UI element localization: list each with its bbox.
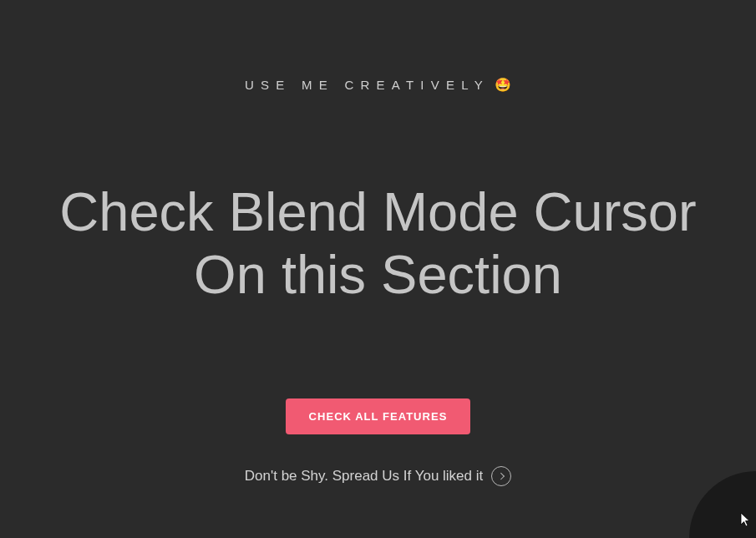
- tagline-text: Don't be Shy. Spread Us If You liked it: [245, 468, 484, 485]
- tagline-row: Don't be Shy. Spread Us If You liked it: [245, 466, 512, 486]
- hero-section: USE ME CREATIVELY 🤩 Check Blend Mode Cur…: [0, 0, 756, 538]
- headline: Check Blend Mode Cursor On this Section: [53, 181, 704, 307]
- eyebrow-text: USE ME CREATIVELY: [245, 78, 490, 92]
- share-icon-button[interactable]: [491, 466, 511, 486]
- check-features-button[interactable]: CHECK ALL FEATURES: [286, 398, 471, 434]
- star-struck-emoji-icon: 🤩: [495, 77, 511, 93]
- eyebrow: USE ME CREATIVELY 🤩: [245, 77, 511, 93]
- cursor-arrow-icon: [740, 512, 752, 527]
- chevron-right-icon: [497, 473, 504, 480]
